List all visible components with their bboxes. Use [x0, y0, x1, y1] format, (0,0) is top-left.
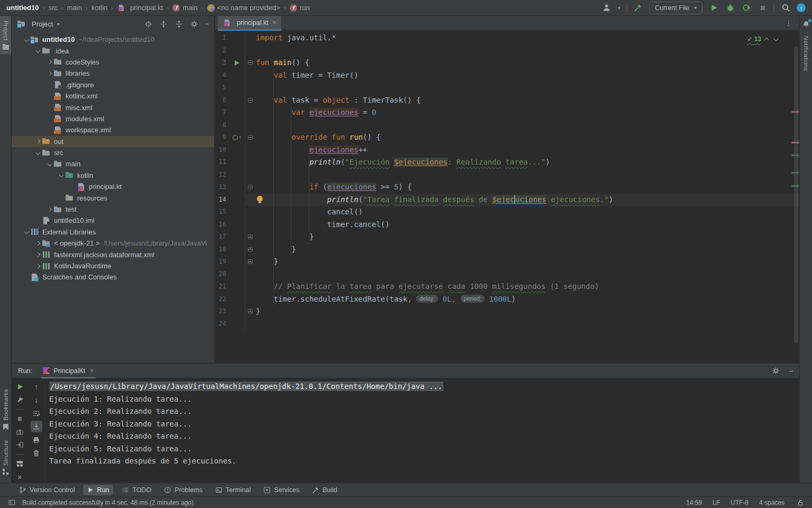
notifications-tab-label[interactable]: Notifications [803, 36, 809, 71]
expand-all-icon[interactable] [159, 19, 169, 29]
tool-window-button-run[interactable]: Run [83, 485, 113, 495]
tree-item[interactable]: untitled10~/IdeaProjects/untitled10 [12, 34, 214, 45]
scrollend-button[interactable] [31, 421, 42, 432]
tree-chevron-icon[interactable] [22, 38, 30, 41]
error-stripe-mark[interactable] [791, 111, 799, 113]
tree-chevron-icon[interactable] [45, 72, 53, 75]
tree-item[interactable]: out [12, 136, 214, 147]
tree-chevron-icon[interactable] [22, 230, 30, 233]
chevron-down-icon[interactable]: ▾ [57, 21, 59, 27]
tree-chevron-icon[interactable] [57, 174, 65, 177]
rerun-button[interactable] [14, 381, 26, 392]
run-configuration-select[interactable]: Current File ▾ [649, 2, 703, 14]
tree-chevron-icon[interactable] [34, 265, 42, 268]
locate-file-icon[interactable] [143, 19, 154, 29]
fold-end-icon[interactable] [248, 259, 253, 264]
lock-icon[interactable] [795, 497, 806, 508]
caret-position-widget[interactable]: 14:59 [686, 499, 702, 506]
fold-collapse-icon[interactable] [248, 98, 253, 103]
wrench-button[interactable] [14, 394, 26, 405]
intention-bulb-icon[interactable] [257, 196, 263, 202]
fold-end-icon[interactable] [248, 309, 253, 314]
error-stripe-mark[interactable] [791, 142, 799, 143]
tree-item[interactable]: KotlinJavaRuntime [12, 260, 214, 271]
run-console-output[interactable]: /Users/jesusn/Library/Java/JavaVirtualMa… [44, 378, 799, 483]
tree-item[interactable]: resources [12, 192, 214, 203]
tree-item[interactable]: workspace.xml [12, 124, 214, 135]
tool-window-button-version-control[interactable]: Version Control [15, 485, 79, 495]
tool-tab-structure[interactable]: Structure [3, 435, 9, 479]
tree-item[interactable]: fasterxml.jackson.dataformat.xml [12, 249, 214, 260]
tree-item[interactable]: main [12, 158, 214, 169]
editor-scrollbar[interactable] [794, 47, 798, 343]
stop-button[interactable] [14, 413, 26, 424]
line-ending-widget[interactable]: LF [713, 499, 720, 506]
attach-button[interactable] [14, 439, 26, 450]
tree-item[interactable]: External Libraries [12, 226, 214, 238]
breadcrumb-item[interactable]: main [67, 4, 82, 12]
run-button[interactable] [708, 3, 719, 13]
tree-item[interactable]: kotlinc.xml [12, 90, 214, 102]
tree-item[interactable]: libraries [12, 68, 214, 79]
encoding-widget[interactable]: UTF-8 [731, 499, 749, 506]
tree-item[interactable]: misc.xml [12, 102, 214, 113]
hide-run-panel-icon[interactable]: − [789, 367, 793, 375]
camera-button[interactable] [14, 426, 26, 437]
tree-item[interactable]: modules.xml [12, 113, 214, 124]
build-hammer-icon[interactable] [633, 3, 643, 13]
tree-chevron-icon[interactable] [34, 151, 42, 155]
softwrap-button[interactable] [31, 407, 42, 419]
breadcrumb-item[interactable]: untitled10 [6, 4, 39, 12]
tool-tab-bookmarks[interactable]: Bookmarks [3, 384, 9, 435]
tree-item[interactable]: .idea [12, 45, 214, 56]
layout-button[interactable] [14, 458, 26, 469]
code-editor[interactable]: ✓ 13 1import java.util.*23fun main() {4 … [215, 31, 799, 363]
tree-chevron-icon[interactable] [34, 253, 42, 256]
tree-chevron-icon[interactable] [34, 140, 42, 143]
tool-window-button-todo[interactable]: TODO [117, 485, 155, 495]
stop-button[interactable] [758, 3, 768, 13]
editor-options-kebab-icon[interactable]: ⋮ [785, 19, 799, 27]
collapse-all-icon[interactable] [174, 19, 184, 29]
tool-window-button-build[interactable]: Build [308, 485, 342, 495]
indent-widget[interactable]: 4 spaces [759, 499, 785, 506]
override-method-icon[interactable] [233, 135, 238, 140]
tool-window-button-problems[interactable]: Problems [160, 485, 207, 495]
tool-window-toggle-icon[interactable] [6, 497, 17, 508]
down-button[interactable]: ↓ [31, 394, 42, 406]
project-panel-title[interactable]: Project [32, 20, 53, 28]
error-stripe-mark[interactable] [791, 155, 799, 156]
tree-item[interactable]: principal.kt [12, 181, 214, 192]
tool-window-button-services[interactable]: Services [259, 485, 303, 495]
tree-chevron-icon[interactable] [34, 242, 42, 245]
run-settings-gear-icon[interactable] [771, 366, 781, 376]
debug-button[interactable] [725, 3, 735, 13]
error-stripe-mark[interactable] [791, 172, 799, 174]
tree-chevron-icon[interactable] [45, 162, 53, 166]
trash-button[interactable] [31, 447, 42, 459]
tool-tab-project[interactable]: Project [0, 16, 11, 55]
search-everywhere-icon[interactable] [780, 3, 791, 13]
tree-item[interactable]: .gitignore [12, 79, 214, 90]
editor-tab-principal-kt[interactable]: principal.kt × [218, 16, 281, 31]
tree-item[interactable]: untitled10.iml [12, 215, 214, 226]
run-tab-principalkt[interactable]: PrincipalKt × [41, 365, 96, 378]
settings-gear-icon[interactable] [189, 19, 200, 29]
breadcrumb-item[interactable]: fmain [172, 4, 197, 12]
tool-window-button-terminal[interactable]: Terminal [211, 485, 255, 495]
fold-end-icon[interactable] [248, 234, 253, 239]
tree-item[interactable]: kotlin [12, 170, 214, 181]
tree-item[interactable]: codeStyles [12, 57, 214, 68]
fold-collapse-icon[interactable] [248, 185, 253, 189]
inspections-widget[interactable]: ✓ 13 [747, 35, 777, 43]
prev-problem-icon[interactable] [764, 37, 769, 42]
user-account-icon[interactable] [602, 3, 612, 13]
ide-update-icon[interactable]: ↑ [797, 3, 806, 12]
status-message[interactable]: Build completed successfully in 4 sec, 4… [22, 499, 193, 506]
tree-chevron-icon[interactable] [45, 208, 53, 211]
user-dropdown-caret[interactable]: ▾ [618, 5, 621, 11]
more-button[interactable]: » [14, 471, 26, 483]
breadcrumb-item[interactable]: principal.kt [117, 4, 163, 12]
tree-item[interactable]: < openjdk-21 >/Users/jesusn/Library/Java… [12, 238, 214, 249]
hide-panel-icon[interactable]: − [205, 20, 209, 28]
